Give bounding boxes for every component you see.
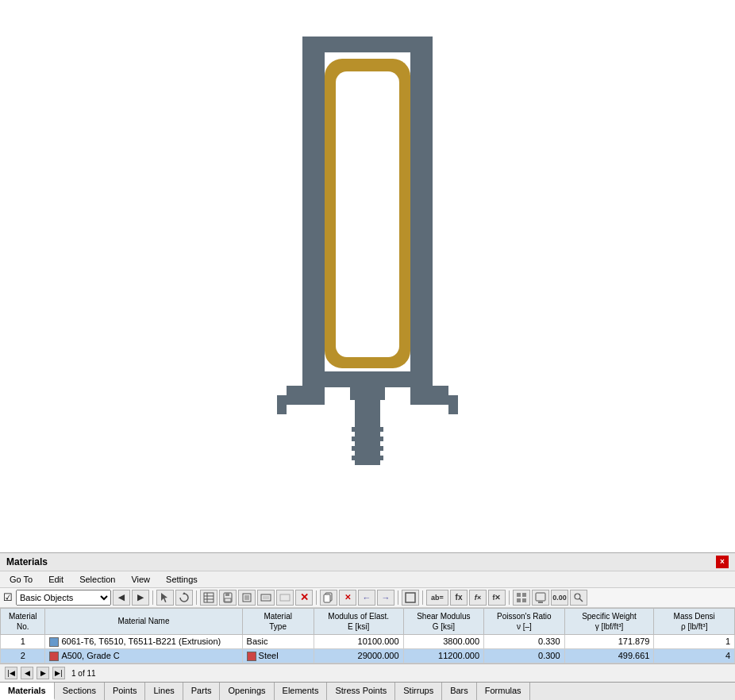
dropdown-basic-objects[interactable]: Basic Objects (16, 590, 111, 606)
cell-rho: 1 (654, 634, 735, 648)
tab-points[interactable]: Points (105, 683, 146, 700)
col-header-name: Material Name (45, 608, 242, 634)
panel-titlebar: Materials × (0, 553, 735, 571)
zero-btn[interactable]: 0.00 (551, 590, 568, 606)
sep4 (398, 590, 398, 605)
cell-name: A500, Grade C (45, 648, 242, 663)
menu-view[interactable]: View (128, 573, 153, 586)
nav-first-btn[interactable]: |◀ (5, 667, 17, 679)
menu-edit[interactable]: Edit (45, 573, 67, 586)
tab-sections[interactable]: Sections (55, 683, 105, 700)
fx3-btn[interactable]: f✕ (488, 590, 506, 606)
delete-btn[interactable]: ✕ (295, 590, 313, 606)
svg-rect-29 (225, 593, 229, 596)
svg-rect-30 (225, 598, 231, 602)
cell-E: 10100.000 (314, 634, 403, 648)
svg-rect-24 (204, 593, 214, 602)
fx2-btn[interactable]: f× (469, 590, 487, 606)
svg-line-46 (579, 598, 583, 602)
svg-rect-8 (277, 395, 287, 414)
svg-rect-14 (352, 446, 383, 451)
tab-stirrups[interactable]: Stirrups (395, 683, 442, 700)
col-header-type: MaterialType (242, 608, 314, 634)
search-btn[interactable] (570, 590, 587, 606)
tab-stress-points[interactable]: Stress Points (327, 683, 395, 700)
tab-lines[interactable]: Lines (145, 683, 183, 700)
tab-openings[interactable]: Openings (220, 683, 274, 700)
bottom-panel: Materials × Go To Edit Selection View Se… (0, 552, 735, 700)
close-button[interactable]: × (716, 556, 729, 568)
copy-btn[interactable] (320, 590, 337, 606)
svg-rect-42 (522, 598, 526, 602)
ab-equals-btn[interactable]: ab= (426, 590, 448, 606)
toolbar: ☑ Basic Objects ◀ ▶ ✕ (0, 588, 735, 608)
cell-no: 2 (1, 648, 45, 663)
svg-rect-32 (244, 595, 249, 600)
dropdown-prev-btn[interactable]: ◀ (113, 590, 130, 606)
menu-settings[interactable]: Settings (163, 573, 201, 586)
rotate-icon-btn[interactable] (175, 590, 193, 606)
cell-nu: 0.330 (484, 634, 565, 648)
select-icon-btn[interactable] (156, 590, 174, 606)
svg-rect-17 (290, 387, 321, 398)
icon5-btn[interactable] (276, 590, 294, 606)
export-btn[interactable] (532, 590, 549, 606)
svg-rect-40 (522, 593, 526, 597)
svg-rect-2 (410, 37, 433, 378)
cell-E: 29000.000 (314, 648, 403, 663)
border-btn[interactable] (402, 590, 419, 606)
tab-materials[interactable]: Materials (0, 683, 55, 700)
col-header-gamma: Specific Weightγ [lbf/ft³] (564, 608, 654, 634)
sep6 (509, 590, 510, 605)
tab-parts[interactable]: Parts (183, 683, 221, 700)
cell-type: Steel (242, 648, 314, 663)
cell-G: 11200.000 (403, 648, 484, 663)
col-header-E: Modulus of Elast.E [ksi] (314, 608, 403, 634)
dropdown-next-btn[interactable]: ▶ (132, 590, 149, 606)
svg-rect-39 (517, 593, 521, 597)
svg-rect-21 (336, 71, 399, 357)
material-color-swatch (49, 637, 59, 647)
svg-rect-34 (263, 596, 269, 599)
svg-rect-3 (302, 371, 433, 387)
menu-goto[interactable]: Go To (6, 573, 36, 586)
sep3 (316, 590, 317, 605)
nav-next-btn[interactable]: ▶ (37, 667, 49, 679)
svg-point-45 (575, 594, 580, 599)
cell-type: Basic (242, 634, 314, 648)
status-page: 1 of 11 (71, 669, 96, 678)
tab-elements[interactable]: Elements (275, 683, 328, 700)
table-row[interactable]: 2 A500, Grade C Steel 29000.000 11200.00… (1, 648, 735, 663)
delete2-btn[interactable]: ✕ (339, 590, 356, 606)
nav-last-btn[interactable]: ▶| (52, 667, 65, 679)
cell-G: 3800.000 (403, 634, 484, 648)
tab-bars[interactable]: Bars (442, 683, 477, 700)
tab-formulas[interactable]: Formulas (477, 683, 530, 700)
cell-rho: 4 (654, 648, 735, 663)
nav-prev-btn[interactable]: ◀ (21, 667, 33, 679)
svg-rect-15 (352, 456, 383, 460)
arrow-right-btn[interactable]: → (377, 590, 394, 606)
panel-title: Materials (6, 556, 48, 567)
arrow-left-btn[interactable]: ← (358, 590, 375, 606)
cell-gamma: 499.661 (564, 648, 654, 663)
svg-rect-19 (414, 387, 445, 398)
svg-rect-37 (324, 594, 330, 602)
save-icon-btn[interactable] (219, 590, 237, 606)
col-header-no: MaterialNo. (1, 608, 45, 634)
materials-table-container: MaterialNo. Material Name MaterialType M… (0, 608, 735, 663)
table-icon-btn[interactable] (200, 590, 217, 606)
material-color-swatch (49, 652, 59, 661)
icon4-btn[interactable] (257, 590, 275, 606)
icon3-btn[interactable] (238, 590, 256, 606)
cell-gamma: 171.879 (564, 634, 654, 648)
menu-selection[interactable]: Selection (76, 573, 118, 586)
cell-name: 6061-T6, T6510, T6511-B221 (Extrusion) (45, 634, 242, 648)
svg-rect-43 (536, 593, 545, 601)
table-row[interactable]: 1 6061-T6, T6510, T6511-B221 (Extrusion)… (1, 634, 735, 648)
menu-bar: Go To Edit Selection View Settings (0, 571, 735, 588)
fx-btn[interactable]: fx (450, 590, 468, 606)
svg-rect-11 (350, 386, 385, 400)
grid-btn[interactable] (513, 590, 530, 606)
svg-rect-41 (517, 598, 521, 602)
